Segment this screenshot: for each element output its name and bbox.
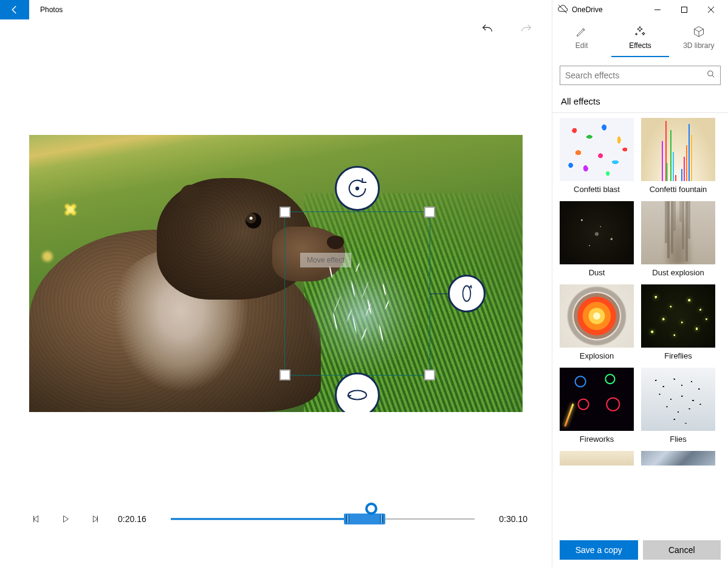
effect-thumb-dust-explosion[interactable] bbox=[641, 201, 715, 264]
total-duration: 0:30.10 bbox=[499, 514, 527, 524]
tab-edit-label: Edit bbox=[575, 41, 588, 50]
svg-rect-3 bbox=[682, 7, 687, 13]
window-title-bar: OneDrive bbox=[552, 0, 728, 19]
effect-label-fireworks: Fireworks bbox=[580, 431, 614, 446]
side-tabs: Edit Effects 3D library bbox=[552, 19, 728, 57]
effect-tooltip: Move effect bbox=[300, 253, 351, 267]
prev-frame-button[interactable] bbox=[30, 513, 43, 525]
effect-label-flies: Flies bbox=[670, 431, 686, 446]
tab-3d-library-label: 3D library bbox=[683, 41, 714, 50]
effect-thumb-dust[interactable] bbox=[560, 201, 634, 264]
effect-explosion[interactable]: Explosion bbox=[560, 284, 634, 363]
minimize-button[interactable] bbox=[644, 0, 671, 19]
editor-pane: Photos bbox=[0, 0, 552, 567]
maximize-button[interactable] bbox=[671, 0, 698, 19]
segment-start-handle[interactable] bbox=[346, 515, 349, 523]
effect-thumb-fireworks[interactable] bbox=[560, 368, 634, 431]
search-icon[interactable] bbox=[707, 70, 715, 81]
effect-thumb-explosion[interactable] bbox=[560, 284, 634, 348]
app-title: Photos bbox=[40, 5, 63, 14]
effect-label-dust: Dust bbox=[589, 264, 605, 280]
rotate-x-button[interactable] bbox=[335, 373, 380, 412]
effect-dust[interactable]: Dust bbox=[560, 201, 634, 280]
tab-edit[interactable]: Edit bbox=[552, 26, 610, 57]
effect-fireflies[interactable]: Fireflies bbox=[641, 284, 715, 363]
effect-flies[interactable]: Flies bbox=[641, 368, 715, 446]
effect-label-fireflies: Fireflies bbox=[664, 348, 692, 363]
effect-bounding-box[interactable] bbox=[284, 211, 430, 376]
effect-thumb-slice-1[interactable] bbox=[560, 451, 634, 466]
effects-grid[interactable]: Confetti blastConfetti fountainDustDust … bbox=[552, 118, 728, 533]
effect-dust-explosion[interactable]: Dust explosion bbox=[641, 201, 715, 280]
effect-thumb-confetti-blast[interactable] bbox=[560, 118, 634, 181]
cancel-button[interactable]: Cancel bbox=[643, 540, 721, 560]
next-frame-button[interactable] bbox=[89, 513, 101, 525]
action-buttons: Save a copy Cancel bbox=[552, 533, 728, 567]
playhead[interactable] bbox=[365, 503, 377, 515]
svg-point-2 bbox=[463, 286, 471, 301]
timeline[interactable] bbox=[171, 509, 475, 529]
current-time: 0:20.16 bbox=[118, 514, 146, 524]
undo-button[interactable] bbox=[480, 22, 495, 36]
effect-thumb-flies[interactable] bbox=[641, 368, 715, 431]
effect-label-confetti-blast: Confetti blast bbox=[574, 181, 620, 196]
segment-end-handle[interactable] bbox=[380, 515, 383, 523]
resize-handle-bl[interactable] bbox=[280, 369, 290, 380]
resize-handle-br[interactable] bbox=[424, 369, 435, 380]
search-effects-input[interactable] bbox=[560, 66, 721, 85]
back-button[interactable] bbox=[0, 0, 29, 19]
search-input-field[interactable] bbox=[565, 70, 707, 80]
save-copy-button[interactable]: Save a copy bbox=[560, 540, 638, 560]
effect-thumb-slice-2[interactable] bbox=[641, 451, 715, 466]
tab-effects[interactable]: Effects bbox=[611, 26, 669, 57]
side-panel: OneDrive Edit Effects 3D library Al bbox=[552, 0, 728, 567]
close-button[interactable] bbox=[698, 0, 724, 19]
cloud-label: OneDrive bbox=[572, 5, 603, 14]
undo-redo-group bbox=[480, 22, 534, 36]
effect-label-dust-explosion: Dust explosion bbox=[652, 264, 704, 280]
effect-label-confetti-fountain: Confetti fountain bbox=[650, 181, 707, 196]
title-bar: Photos bbox=[0, 0, 552, 19]
play-button[interactable] bbox=[60, 513, 72, 525]
tab-effects-label: Effects bbox=[629, 41, 651, 50]
effect-confetti-fountain[interactable]: Confetti fountain bbox=[641, 118, 715, 196]
svg-point-4 bbox=[708, 71, 713, 76]
effects-section-title: All effects bbox=[552, 91, 728, 113]
effect-slice-2[interactable] bbox=[641, 451, 715, 466]
resize-handle-tr[interactable] bbox=[424, 207, 435, 218]
effect-fireworks[interactable]: Fireworks bbox=[560, 368, 634, 446]
tab-3d-library[interactable]: 3D library bbox=[670, 26, 727, 57]
effect-thumb-fireflies[interactable] bbox=[641, 284, 715, 348]
video-preview[interactable]: Move effect bbox=[29, 135, 523, 412]
effect-label-explosion: Explosion bbox=[580, 348, 614, 363]
cloud-icon bbox=[557, 4, 568, 16]
playback-controls: 0:20.16 0:30.10 bbox=[30, 509, 527, 529]
redo-button bbox=[519, 22, 534, 36]
rotate-y-button[interactable] bbox=[448, 275, 486, 312]
effect-duration-segment[interactable] bbox=[344, 514, 385, 524]
rotate-z-button[interactable] bbox=[335, 166, 380, 211]
effect-slice-1[interactable] bbox=[560, 451, 634, 466]
resize-handle-tl[interactable] bbox=[280, 207, 290, 218]
effect-confetti-blast[interactable]: Confetti blast bbox=[560, 118, 634, 196]
svg-point-0 bbox=[356, 187, 359, 190]
effect-thumb-confetti-fountain[interactable] bbox=[641, 118, 715, 181]
